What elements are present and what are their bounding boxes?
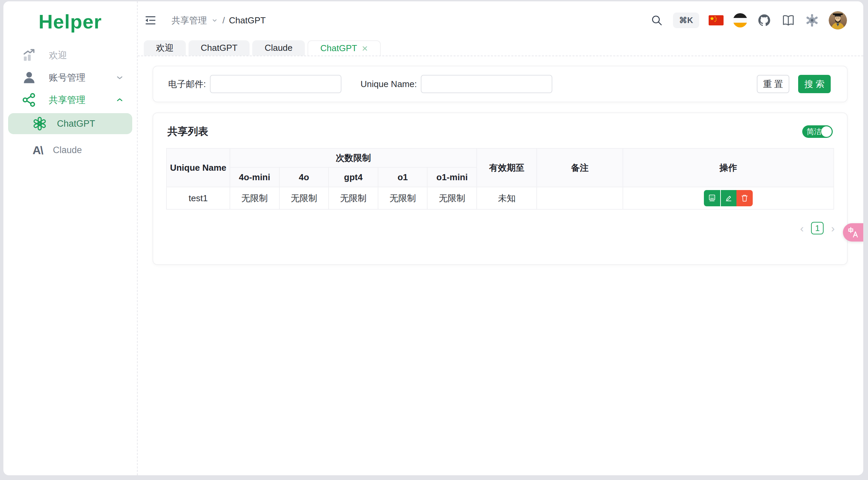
collapse-sidebar-icon[interactable] xyxy=(143,13,157,27)
user-icon xyxy=(22,70,37,85)
edit-button[interactable] xyxy=(720,190,736,206)
compact-mode-toggle[interactable]: 简洁 xyxy=(802,125,833,138)
topbar-actions: ⌘K xyxy=(650,11,847,29)
tab-chatgpt-active[interactable]: ChatGPT × xyxy=(308,40,381,56)
translate-fab[interactable] xyxy=(843,223,863,242)
breadcrumb-page[interactable]: ChatGPT xyxy=(229,15,265,26)
col-model: 4o-mini xyxy=(230,167,279,187)
search-filter-card: 电子邮件: Unique Name: 重 置 搜 索 xyxy=(153,66,848,102)
share-table-wrap: Unique Name 次数限制 有效期至 备注 操作 4o-mini 4o g… xyxy=(153,148,847,210)
sidebar-item-claude[interactable]: A\ Claude xyxy=(8,140,132,161)
flag-china-icon[interactable] xyxy=(709,15,724,25)
col-note: 备注 xyxy=(537,148,623,187)
page-prev-icon[interactable]: ‹ xyxy=(800,223,804,234)
github-icon[interactable] xyxy=(757,13,772,28)
search-button[interactable]: 搜 索 xyxy=(798,75,831,93)
cell-limit: 无限制 xyxy=(230,187,279,209)
sidebar-item-label: 共享管理 xyxy=(49,94,85,106)
flag-stripes-icon[interactable] xyxy=(733,13,747,27)
app-window: Helper 欢迎 xyxy=(3,1,863,475)
col-expiry: 有效期至 xyxy=(477,148,537,187)
delete-button[interactable] xyxy=(736,190,753,206)
tab-welcome[interactable]: 欢迎 xyxy=(144,40,186,56)
cell-actions xyxy=(623,187,834,209)
cell-limit: 无限制 xyxy=(279,187,329,209)
col-model: o1-mini xyxy=(427,167,477,187)
openai-icon xyxy=(33,117,47,131)
sidebar-item-label: 账号管理 xyxy=(49,71,85,84)
id-card-button[interactable] xyxy=(704,190,720,206)
share-list-card: 共享列表 简洁 Unique Name xyxy=(153,112,848,265)
sidebar-item-label: Claude xyxy=(53,145,82,155)
tab-label: Claude xyxy=(264,43,292,53)
chevron-down-icon xyxy=(115,73,124,82)
tab-bar: 欢迎 ChatGPT Claude ChatGPT × xyxy=(138,39,863,56)
email-field[interactable] xyxy=(210,75,341,93)
search-icon[interactable] xyxy=(650,14,664,27)
chart-icon xyxy=(22,48,37,63)
toggle-knob xyxy=(821,126,832,137)
sidebar-menu: 欢迎 账号管理 xyxy=(3,44,137,161)
page-next-icon[interactable]: › xyxy=(831,223,835,234)
tab-label: ChatGPT xyxy=(320,43,357,54)
cell-expiry: 未知 xyxy=(477,187,537,209)
breadcrumb-section[interactable]: 共享管理 xyxy=(172,15,207,26)
docs-book-icon[interactable] xyxy=(781,13,795,27)
cell-limit: 无限制 xyxy=(329,187,378,209)
col-model: 4o xyxy=(279,167,329,187)
main-area: 共享管理 / ChatGPT ⌘K xyxy=(138,1,863,475)
sidebar-item-share[interactable]: 共享管理 xyxy=(3,89,137,111)
tab-chatgpt[interactable]: ChatGPT xyxy=(189,40,250,56)
anthropic-icon: A\ xyxy=(33,144,43,157)
cell-limit: 无限制 xyxy=(378,187,428,209)
sidebar-item-label: ChatGPT xyxy=(57,119,95,129)
breadcrumb-separator: / xyxy=(222,15,225,26)
sidebar-item-welcome[interactable]: 欢迎 xyxy=(3,44,137,66)
gear-icon[interactable] xyxy=(805,13,819,27)
app-logo: Helper xyxy=(3,10,137,43)
chevron-up-icon xyxy=(115,96,124,104)
pagination: ‹ 1 › xyxy=(153,210,847,234)
col-model: o1 xyxy=(378,167,428,187)
sidebar-item-chatgpt[interactable]: ChatGPT xyxy=(8,113,132,134)
unique-name-label: Unique Name: xyxy=(360,79,417,89)
toggle-label: 简洁 xyxy=(807,127,822,137)
share-list-title: 共享列表 xyxy=(167,125,208,139)
tab-label: 欢迎 xyxy=(156,42,174,54)
user-avatar[interactable] xyxy=(829,11,847,29)
breadcrumb: 共享管理 / ChatGPT xyxy=(172,15,266,26)
tab-claude[interactable]: Claude xyxy=(252,40,304,56)
translate-icon xyxy=(847,227,859,238)
cell-unique-name: test1 xyxy=(166,187,230,209)
top-bar: 共享管理 / ChatGPT ⌘K xyxy=(138,1,863,39)
cell-limit: 无限制 xyxy=(427,187,477,209)
page-content: 电子邮件: Unique Name: 重 置 搜 索 共享列表 简洁 xyxy=(138,56,863,475)
share-icon xyxy=(22,92,37,107)
sidebar-item-label: 欢迎 xyxy=(49,49,67,61)
tab-label: ChatGPT xyxy=(201,43,237,53)
keyboard-shortcut-badge[interactable]: ⌘K xyxy=(673,13,699,28)
sidebar-item-account[interactable]: 账号管理 xyxy=(3,66,137,89)
unique-name-field[interactable] xyxy=(421,75,552,93)
email-label: 电子邮件: xyxy=(168,78,206,90)
reset-button[interactable]: 重 置 xyxy=(757,75,789,93)
table-row: test1 无限制 无限制 无限制 无限制 无限制 未知 xyxy=(166,187,834,209)
col-limits-group: 次数限制 xyxy=(230,148,477,167)
sidebar: Helper 欢迎 xyxy=(3,1,138,475)
page-number[interactable]: 1 xyxy=(811,222,824,234)
share-table: Unique Name 次数限制 有效期至 备注 操作 4o-mini 4o g… xyxy=(166,148,834,210)
cell-note xyxy=(537,187,623,209)
col-model: gpt4 xyxy=(329,167,378,187)
close-icon[interactable]: × xyxy=(362,43,368,54)
col-unique-name: Unique Name xyxy=(166,148,230,187)
col-actions: 操作 xyxy=(623,148,834,187)
chevron-down-icon xyxy=(211,17,218,24)
